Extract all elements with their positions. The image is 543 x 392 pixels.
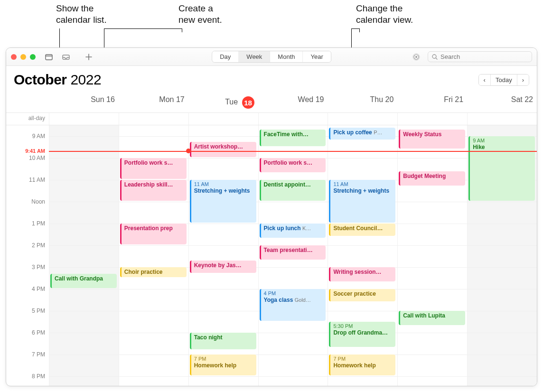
- chevron-left-icon: ‹: [484, 76, 486, 84]
- event[interactable]: Keynote by Jas…: [190, 261, 256, 273]
- month-title: October 2022: [14, 72, 101, 88]
- svg-point-5: [415, 56, 417, 58]
- view-year[interactable]: Year: [303, 51, 330, 62]
- titlebar: Day Week Month Year: [6, 48, 537, 66]
- event[interactable]: 5:30 PMDrop off Grandma…: [329, 322, 395, 347]
- day-header-sat: Sat 22: [467, 92, 537, 112]
- minimize-window[interactable]: [20, 54, 26, 60]
- day-col-thu[interactable]: Pick up coffee P…11 AMStretching + weigh…: [328, 125, 397, 386]
- allday-slot[interactable]: [119, 113, 188, 125]
- prev-week-button[interactable]: ‹: [479, 75, 491, 85]
- day-col-fri[interactable]: Weekly StatusBudget MeetingCall with Lup…: [397, 125, 467, 386]
- day-col-wed[interactable]: FaceTime with…Portfolio work s…Dentist a…: [258, 125, 328, 386]
- event[interactable]: Weekly Status: [399, 130, 465, 148]
- event[interactable]: Dentist appoint…: [260, 180, 326, 201]
- hour-label: 6 PM: [32, 329, 45, 336]
- callout-calendar-list: Show the calendar list.: [56, 3, 107, 26]
- event[interactable]: Presentation prep: [120, 224, 187, 244]
- today-button[interactable]: Today: [491, 75, 517, 85]
- day-header-mon: Mon 17: [119, 92, 188, 112]
- event[interactable]: FaceTime with…: [260, 130, 326, 146]
- hour-label: Noon: [31, 198, 45, 205]
- event[interactable]: Portfolio work s…: [120, 158, 187, 179]
- hour-label: 3 PM: [32, 264, 45, 271]
- hour-label: 8 PM: [32, 373, 45, 380]
- event[interactable]: 11 AMStretching + weights: [190, 180, 256, 223]
- week-grid: 9 AM10 AM11 AMNoon1 PM2 PM3 PM4 PM5 PM6 …: [6, 125, 537, 386]
- day-col-mon[interactable]: Portfolio work s…Leadership skill…Presen…: [119, 125, 188, 386]
- hour-label: 7 PM: [32, 351, 45, 358]
- event[interactable]: Artist workshop…: [190, 142, 256, 158]
- month-header: October 2022 ‹ Today ›: [6, 66, 537, 92]
- next-week-button[interactable]: ›: [517, 75, 529, 85]
- allday-slot[interactable]: [188, 113, 258, 125]
- event[interactable]: Team presentati…: [260, 245, 326, 260]
- event[interactable]: 7 PMHomework help: [190, 355, 256, 375]
- callout-change-view: Change the calendar view.: [356, 3, 413, 26]
- allday-slot[interactable]: [397, 113, 467, 125]
- allday-label: all-day: [6, 113, 49, 125]
- day-col-sat[interactable]: 9 AMHike: [467, 125, 537, 386]
- new-event-button[interactable]: [82, 51, 95, 63]
- close-window[interactable]: [11, 54, 17, 60]
- inbox-button[interactable]: [59, 51, 73, 63]
- day-col-sun[interactable]: Call with Grandpa: [49, 125, 119, 386]
- date-nav: ‹ Today ›: [478, 74, 529, 86]
- event[interactable]: Choir practice: [120, 267, 187, 277]
- svg-line-9: [436, 58, 437, 59]
- event[interactable]: Call with Grandpa: [50, 274, 117, 288]
- now-time-label: 9:41 AM: [25, 148, 45, 154]
- hour-label: 9 AM: [32, 133, 45, 140]
- view-month[interactable]: Month: [270, 51, 303, 62]
- today-badge: 18: [242, 96, 254, 109]
- allday-slot[interactable]: [467, 113, 537, 125]
- day-header-thu: Thu 20: [328, 92, 397, 112]
- search-field[interactable]: [428, 51, 532, 62]
- hour-label: 10 AM: [29, 155, 45, 161]
- search-input[interactable]: [440, 53, 528, 60]
- now-indicator-dot: [186, 149, 191, 153]
- allday-slot[interactable]: [328, 113, 397, 125]
- hour-label: 1 PM: [32, 220, 45, 227]
- event[interactable]: Leadership skill…: [120, 180, 187, 201]
- event[interactable]: 11 AMStretching + weights: [329, 180, 395, 223]
- event[interactable]: Portfolio work s…: [260, 158, 326, 172]
- view-day[interactable]: Day: [212, 51, 239, 62]
- day-header-sun: Sun 16: [49, 92, 119, 112]
- event[interactable]: Soccer practice: [329, 289, 395, 301]
- callout-new-event: Create a new event.: [178, 3, 222, 26]
- search-icon: [432, 54, 438, 60]
- event[interactable]: Taco night: [190, 333, 256, 349]
- day-header-tue: Tue 18: [188, 92, 258, 112]
- view-week[interactable]: Week: [239, 51, 270, 62]
- allday-slot[interactable]: [258, 113, 328, 125]
- event[interactable]: 4 PMYoga class Gold…: [260, 289, 326, 321]
- view-segmented-control: Day Week Month Year: [212, 51, 331, 63]
- event[interactable]: Call with Lupita: [399, 311, 465, 325]
- hour-label: 11 AM: [29, 177, 45, 183]
- window-controls: [11, 54, 36, 60]
- now-indicator-line: [49, 151, 537, 152]
- hour-label: 5 PM: [32, 308, 45, 314]
- plus-icon: [85, 54, 92, 60]
- calendar-window: Day Week Month Year October 2022: [6, 47, 537, 386]
- svg-rect-0: [46, 55, 52, 60]
- event[interactable]: Writing session…: [329, 267, 395, 281]
- zoom-window[interactable]: [30, 54, 36, 60]
- calendar-list-button[interactable]: [42, 51, 56, 63]
- calendar-icon: [45, 54, 53, 60]
- event[interactable]: 9 AMHike: [468, 136, 535, 201]
- allday-row: all-day: [6, 113, 537, 125]
- event[interactable]: Pick up coffee P…: [329, 128, 395, 140]
- tray-icon: [62, 54, 70, 60]
- event[interactable]: Budget Meeting: [399, 171, 465, 186]
- broadcast-button[interactable]: [410, 51, 423, 63]
- event[interactable]: 7 PMHomework help: [329, 355, 395, 375]
- day-col-tue[interactable]: Artist workshop…11 AMStretching + weight…: [188, 125, 258, 386]
- broadcast-icon: [412, 53, 420, 61]
- hours-column: 9 AM10 AM11 AMNoon1 PM2 PM3 PM4 PM5 PM6 …: [6, 125, 49, 386]
- event[interactable]: Pick up lunch K…: [260, 224, 326, 238]
- hour-label: 4 PM: [32, 286, 45, 292]
- allday-slot[interactable]: [49, 113, 119, 125]
- event[interactable]: Student Council…: [329, 224, 395, 236]
